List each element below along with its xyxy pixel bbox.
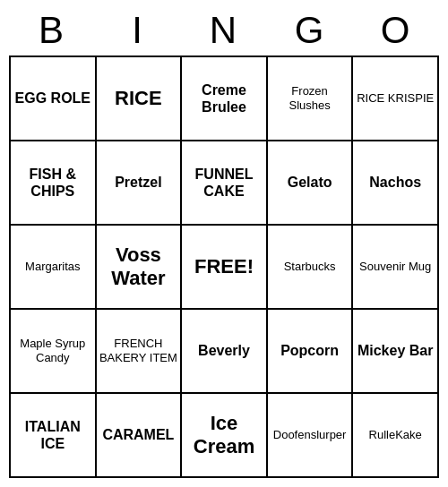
- bingo-cell-11: Voss Water: [97, 226, 183, 310]
- bingo-cell-0: EGG ROLE: [11, 57, 97, 141]
- cell-text-18: Popcorn: [280, 342, 339, 359]
- cell-text-7: FUNNEL CAKE: [184, 166, 264, 200]
- cell-text-16: FRENCH BAKERY ITEM: [99, 337, 179, 364]
- cell-text-0: EGG ROLE: [15, 90, 90, 107]
- bingo-cell-15: Maple Syrup Candy: [11, 310, 97, 394]
- bingo-cell-5: FISH & CHIPS: [11, 141, 97, 226]
- cell-text-1: RICE: [115, 87, 162, 110]
- bingo-cell-20: ITALIAN ICE: [11, 394, 97, 478]
- cell-text-3: Frozen Slushes: [270, 84, 350, 112]
- bingo-cell-10: Margaritas: [11, 226, 97, 310]
- bingo-cell-18: Popcorn: [268, 310, 354, 394]
- bingo-cell-16: FRENCH BAKERY ITEM: [97, 310, 183, 394]
- bingo-cell-17: Beverly: [182, 310, 268, 394]
- bingo-cell-24: RulleKake: [353, 394, 439, 478]
- bingo-cell-4: RICE KRISPIE: [353, 57, 439, 141]
- cell-text-22: Ice Cream: [184, 412, 264, 459]
- bingo-cell-23: Doofenslurper: [268, 394, 354, 478]
- cell-text-13: Starbucks: [284, 260, 336, 274]
- bingo-cell-8: Gelato: [268, 141, 354, 226]
- bingo-cell-14: Souvenir Mug: [353, 226, 439, 310]
- bingo-cell-2: Creme Brulee: [182, 57, 268, 141]
- header-i: I: [95, 9, 181, 52]
- cell-text-8: Gelato: [288, 174, 332, 191]
- cell-text-12: FREE!: [194, 255, 254, 278]
- cell-text-21: CARAMEL: [102, 426, 174, 443]
- cell-text-14: Souvenir Mug: [359, 260, 431, 274]
- bingo-cell-7: FUNNEL CAKE: [182, 141, 268, 226]
- header-b: B: [9, 9, 95, 52]
- cell-text-15: Maple Syrup Candy: [13, 337, 93, 364]
- cell-text-10: Margaritas: [25, 260, 80, 274]
- cell-text-9: Nachos: [369, 174, 421, 191]
- cell-text-4: RICE KRISPIE: [357, 91, 434, 106]
- cell-text-23: Doofenslurper: [273, 428, 347, 442]
- bingo-cell-3: Frozen Slushes: [268, 57, 354, 141]
- cell-text-19: Mickey Bar: [358, 342, 434, 359]
- cell-text-17: Beverly: [198, 342, 250, 359]
- bingo-cell-12: FREE!: [182, 226, 268, 310]
- cell-text-24: RulleKake: [369, 428, 422, 442]
- cell-text-11: Voss Water: [99, 244, 179, 291]
- bingo-cell-19: Mickey Bar: [353, 310, 439, 394]
- cell-text-6: Pretzel: [115, 174, 161, 191]
- bingo-header: B I N G O: [9, 9, 439, 52]
- bingo-cell-9: Nachos: [353, 141, 439, 226]
- bingo-cell-1: RICE: [97, 57, 183, 141]
- bingo-cell-13: Starbucks: [268, 226, 354, 310]
- bingo-cell-21: CARAMEL: [97, 394, 183, 478]
- bingo-grid: EGG ROLERICECreme BruleeFrozen SlushesRI…: [9, 56, 439, 478]
- header-n: N: [181, 9, 267, 52]
- cell-text-5: FISH & CHIPS: [13, 166, 93, 200]
- cell-text-20: ITALIAN ICE: [13, 418, 93, 452]
- bingo-cell-22: Ice Cream: [182, 394, 268, 478]
- cell-text-2: Creme Brulee: [184, 81, 264, 115]
- bingo-cell-6: Pretzel: [97, 141, 183, 226]
- header-o: O: [353, 9, 439, 52]
- header-g: G: [267, 9, 353, 52]
